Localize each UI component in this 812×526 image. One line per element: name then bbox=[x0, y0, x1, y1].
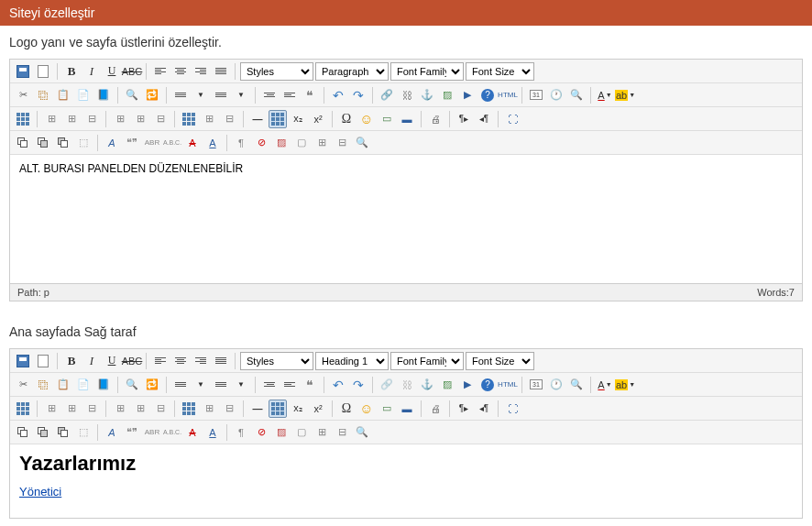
rtl-button[interactable]: ◂¶ bbox=[475, 110, 493, 128]
fullscreen-button[interactable]: ⛶ bbox=[503, 400, 521, 418]
strikethrough-button[interactable]: ABC bbox=[123, 352, 141, 370]
style-props-button[interactable]: A bbox=[103, 134, 121, 152]
preview-button[interactable]: 🔍 bbox=[567, 376, 586, 394]
table-cell-props-button[interactable] bbox=[180, 110, 198, 128]
ins-button[interactable]: A bbox=[203, 134, 222, 152]
table-col-after-button[interactable]: ⊞ bbox=[131, 400, 149, 418]
bold-button[interactable]: B bbox=[62, 352, 81, 370]
nonbreaking-button[interactable]: ⊘ bbox=[252, 423, 270, 442]
template-button[interactable]: ▬ bbox=[398, 400, 416, 418]
link-button[interactable]: 🔗 bbox=[378, 86, 396, 104]
underline-button[interactable]: U bbox=[103, 352, 121, 370]
save-button[interactable] bbox=[14, 352, 32, 370]
visualchars-button[interactable]: ¶ bbox=[232, 134, 250, 152]
unlink-button[interactable]: ⛓ bbox=[398, 86, 416, 104]
pagebreak-button[interactable]: ▭ bbox=[378, 110, 396, 128]
ltr-button[interactable]: ¶▸ bbox=[455, 400, 473, 418]
ol-button[interactable] bbox=[212, 376, 230, 394]
align-left-button[interactable] bbox=[151, 62, 170, 81]
link-button[interactable]: 🔗 bbox=[378, 376, 396, 394]
cite-button[interactable]: ❝❞ bbox=[123, 134, 141, 152]
table-row-before-button[interactable]: ⊞ bbox=[42, 110, 60, 128]
subscript-button[interactable]: x₂ bbox=[289, 110, 307, 128]
bg-color-button[interactable]: ab▼ bbox=[616, 86, 634, 104]
html-button[interactable]: HTML bbox=[499, 376, 517, 394]
hr-button[interactable]: — bbox=[248, 400, 267, 418]
undo-button[interactable]: ↶ bbox=[329, 86, 347, 104]
layer-absolute-button[interactable]: ⬚ bbox=[74, 423, 93, 442]
code-button[interactable]: ⊟ bbox=[333, 423, 351, 442]
fontfamily-select[interactable]: Font Family bbox=[390, 352, 464, 370]
hr-button[interactable]: — bbox=[248, 110, 267, 128]
ul-menu-button[interactable]: ▼ bbox=[192, 86, 210, 104]
insert-date-button[interactable]: 31 bbox=[527, 376, 545, 394]
align-right-button[interactable] bbox=[192, 352, 210, 370]
align-center-button[interactable] bbox=[171, 352, 190, 370]
ul-button[interactable] bbox=[171, 86, 190, 104]
redo-button[interactable]: ↷ bbox=[349, 86, 368, 104]
help-button[interactable]: ? bbox=[478, 86, 497, 104]
paste-text-button[interactable]: 📄 bbox=[74, 86, 93, 104]
print-button[interactable]: 🖨 bbox=[426, 400, 444, 418]
image-button[interactable]: ▨ bbox=[438, 86, 456, 104]
cite-button[interactable]: ❝❞ bbox=[123, 423, 141, 442]
fontsize-select[interactable]: Font Size bbox=[466, 352, 534, 370]
cut-button[interactable]: ✂ bbox=[14, 86, 32, 104]
image-manager-button[interactable]: ▨ bbox=[272, 423, 291, 442]
template-button[interactable]: ▬ bbox=[398, 110, 416, 128]
paste-button[interactable]: 📋 bbox=[54, 86, 72, 104]
redo-button[interactable]: ↷ bbox=[349, 376, 368, 394]
layer-absolute-button[interactable]: ⬚ bbox=[74, 134, 93, 152]
table-col-before-button[interactable]: ⊞ bbox=[111, 400, 129, 418]
table-row-after-button[interactable]: ⊞ bbox=[62, 110, 81, 128]
copy-button[interactable]: ⿻ bbox=[34, 86, 52, 104]
visual-blocks-button[interactable]: ⊞ bbox=[313, 134, 331, 152]
style-props-button[interactable]: A bbox=[103, 423, 121, 442]
table-button[interactable] bbox=[14, 400, 32, 418]
blockquote-button[interactable]: ❝ bbox=[301, 376, 319, 394]
cleanup-button[interactable]: ▢ bbox=[292, 134, 311, 152]
visual-blocks-button[interactable]: ⊞ bbox=[313, 423, 331, 442]
replace-button[interactable]: 🔁 bbox=[143, 376, 161, 394]
table-col-after-button[interactable]: ⊞ bbox=[131, 110, 149, 128]
outdent-button[interactable] bbox=[260, 376, 279, 394]
ul-button[interactable] bbox=[171, 376, 190, 394]
acronym-button[interactable]: A.B.C. bbox=[163, 134, 181, 152]
align-left-button[interactable] bbox=[151, 352, 170, 370]
table-row-after-button[interactable]: ⊞ bbox=[62, 400, 81, 418]
rtl-button[interactable]: ◂¶ bbox=[475, 400, 493, 418]
pagebreak-button[interactable]: ▭ bbox=[378, 400, 396, 418]
table-cell-props-button[interactable] bbox=[180, 400, 198, 418]
insert-time-button[interactable]: 🕐 bbox=[547, 86, 565, 104]
bold-button[interactable]: B bbox=[62, 62, 81, 81]
align-justify-button[interactable] bbox=[212, 352, 230, 370]
find-button[interactable]: 🔍 bbox=[123, 376, 141, 394]
editor2-link[interactable]: Yönetici bbox=[19, 485, 61, 499]
layer-backward-button[interactable] bbox=[54, 134, 72, 152]
status-path[interactable]: Path: p bbox=[17, 287, 49, 298]
new-doc-button[interactable] bbox=[34, 62, 52, 81]
nonbreaking-button[interactable]: ⊘ bbox=[252, 134, 270, 152]
visualchars-button[interactable]: ¶ bbox=[232, 423, 250, 442]
ul-menu-button[interactable]: ▼ bbox=[192, 376, 210, 394]
format-select[interactable]: Paragraph bbox=[315, 62, 389, 81]
indent-button[interactable] bbox=[280, 376, 299, 394]
paste-word-button[interactable]: 📘 bbox=[94, 86, 113, 104]
table-button[interactable] bbox=[14, 110, 32, 128]
italic-button[interactable]: I bbox=[82, 352, 101, 370]
fontsize-select[interactable]: Font Size bbox=[466, 62, 534, 81]
abbr-button[interactable]: ABR bbox=[143, 134, 161, 152]
table-merge-button[interactable]: ⊞ bbox=[200, 110, 218, 128]
cleanup-button[interactable]: ▢ bbox=[292, 423, 311, 442]
image-button[interactable]: ▨ bbox=[438, 376, 456, 394]
special-char-button[interactable]: Ω bbox=[337, 400, 356, 418]
layer-backward-button[interactable] bbox=[54, 423, 72, 442]
table-delete-row-button[interactable]: ⊟ bbox=[82, 110, 101, 128]
editor-content-area[interactable]: ALT. BURASI PANELDEN DÜZENLENEBİLİR bbox=[10, 155, 802, 283]
insert-time-button[interactable]: 🕐 bbox=[547, 376, 565, 394]
help-button[interactable]: ? bbox=[478, 376, 497, 394]
emoticon-button[interactable]: ☺ bbox=[357, 110, 376, 128]
layer-insert-button[interactable] bbox=[14, 423, 32, 442]
blockquote-button[interactable]: ❝ bbox=[301, 86, 319, 104]
styles-select[interactable]: Styles bbox=[240, 62, 313, 81]
